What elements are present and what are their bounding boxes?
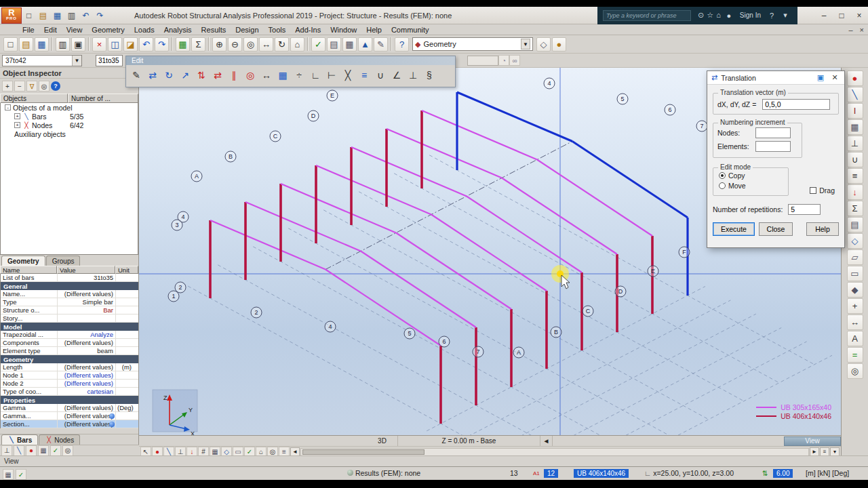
- menu-geometry[interactable]: Geometry: [87, 26, 129, 34]
- property-value[interactable]: Analyze: [58, 331, 116, 338]
- view-filter-icon[interactable]: ◎: [62, 445, 73, 456]
- count-column-header[interactable]: Number of ...: [68, 94, 138, 103]
- property-row-type[interactable]: TypeSimple bar: [1, 298, 138, 306]
- dimensions-icon[interactable]: ↔: [847, 314, 863, 330]
- chevron-down-icon[interactable]: ▾: [780, 11, 791, 20]
- elements-input[interactable]: [755, 141, 791, 152]
- property-row-type-of-coo[interactable]: Type of coo...cartesian: [1, 388, 138, 396]
- property-row-node-1[interactable]: Node 1(Different values): [1, 371, 138, 380]
- view-dropdown[interactable]: View: [784, 436, 841, 446]
- units-label[interactable]: [m] [kN] [Deg]: [806, 469, 849, 477]
- chart-icon[interactable]: ▲: [358, 37, 372, 52]
- sections-icon[interactable]: I: [847, 103, 863, 119]
- zoom-in-icon[interactable]: ⊕: [212, 37, 226, 52]
- mdi-minimize-button[interactable]: –: [848, 26, 852, 34]
- central-symmetry-icon[interactable]: ◎: [242, 66, 258, 84]
- status-table-icon[interactable]: ▦: [3, 469, 14, 480]
- property-group-geometry[interactable]: Geometry: [1, 355, 138, 363]
- loads-icon[interactable]: ↓: [847, 184, 863, 200]
- objects-icon[interactable]: ◇: [847, 233, 863, 249]
- move-radio[interactable]: Move: [719, 182, 783, 190]
- link-icon[interactable]: ∞: [509, 55, 520, 66]
- offsets-icon[interactable]: ≡: [847, 168, 863, 184]
- property-value[interactable]: (Different values): [58, 412, 116, 420]
- tree-item-nodes[interactable]: +╳Nodes6/42: [1, 121, 138, 129]
- property-row-section[interactable]: Section...(Different values): [1, 420, 138, 428]
- scrollbar-thumb[interactable]: [302, 449, 425, 455]
- measure-icon[interactable]: ⊥: [405, 66, 421, 84]
- support-filter-icon[interactable]: ⊥: [1, 445, 12, 456]
- tab-geometry[interactable]: Geometry: [1, 256, 45, 266]
- dialog-close-icon[interactable]: ✕: [829, 73, 840, 82]
- property-value[interactable]: cartesian: [58, 388, 116, 395]
- redo-icon[interactable]: ↷: [155, 37, 169, 52]
- open-icon[interactable]: ▤: [37, 9, 50, 22]
- property-value[interactable]: (Different values): [58, 404, 116, 411]
- mdi-close-button[interactable]: ×: [860, 26, 864, 34]
- collapse-all-icon[interactable]: −: [14, 81, 25, 92]
- tree-item-bars[interactable]: +╲Bars5/35: [1, 112, 138, 121]
- bar-list-dropdown-arrow[interactable]: ▼: [72, 56, 81, 66]
- property-row-story[interactable]: Story...: [1, 314, 138, 323]
- property-value[interactable]: Simple bar: [58, 298, 116, 306]
- favorites-icon[interactable]: ☆: [707, 11, 713, 19]
- panels-icon[interactable]: ▱: [847, 249, 863, 265]
- trim-icon[interactable]: ∟: [307, 66, 323, 84]
- property-value[interactable]: Bar: [58, 306, 116, 314]
- help-circle-icon[interactable]: ?: [766, 12, 777, 20]
- menu-window[interactable]: Window: [326, 26, 361, 34]
- save-icon[interactable]: ▦: [35, 37, 49, 52]
- display-icon[interactable]: ◎: [847, 363, 863, 379]
- bar-selection-field[interactable]: [96, 55, 123, 66]
- analysis-icon[interactable]: Σ: [191, 37, 205, 52]
- dialog-pin-icon[interactable]: ▣: [815, 73, 826, 82]
- expand-all-icon[interactable]: +: [2, 81, 13, 92]
- chamfer-icon[interactable]: ∠: [389, 66, 405, 84]
- property-row-gamma[interactable]: Gamma...(Different values): [1, 412, 138, 420]
- calculator-icon[interactable]: =: [847, 347, 863, 363]
- check-filter-icon[interactable]: ✓: [50, 445, 61, 456]
- help-button[interactable]: Help: [806, 222, 839, 236]
- property-value[interactable]: [58, 314, 116, 322]
- rotate-icon[interactable]: ↻: [161, 66, 177, 84]
- undo-icon[interactable]: ↶: [139, 37, 153, 52]
- signin-button[interactable]: Sign In: [740, 12, 761, 19]
- property-row-components[interactable]: Components(Different values): [1, 339, 138, 347]
- offset-icon[interactable]: ≡: [356, 66, 372, 84]
- mirror-vertical-icon[interactable]: ⇅: [193, 66, 210, 84]
- menu-analysis[interactable]: Analysis: [159, 26, 197, 34]
- menu-view[interactable]: View: [62, 26, 87, 34]
- menu-community[interactable]: Community: [387, 26, 434, 34]
- horizontal-scrollbar[interactable]: [300, 448, 809, 456]
- tab-bars[interactable]: ╲Bars: [1, 434, 38, 445]
- property-value[interactable]: (Different values): [58, 363, 116, 371]
- copy-radio[interactable]: Copy: [719, 171, 783, 180]
- object-inspector-icon[interactable]: ▤: [327, 37, 341, 52]
- help-icon[interactable]: ?: [395, 37, 409, 52]
- property-value[interactable]: 31to35: [58, 274, 116, 281]
- results-status[interactable]: Results (FEM): none: [347, 469, 420, 477]
- tree-expander-icon[interactable]: -: [5, 104, 11, 110]
- copy-icon[interactable]: ◫: [108, 37, 122, 52]
- filter-icon[interactable]: ∇: [26, 81, 37, 92]
- zoom-out-icon[interactable]: ⊖: [228, 37, 242, 52]
- paste-icon[interactable]: ◪: [123, 37, 138, 52]
- tab-groups[interactable]: Groups: [46, 256, 81, 266]
- scale-icon[interactable]: ↗: [177, 66, 193, 84]
- mirror-horizontal-icon[interactable]: ⇄: [210, 66, 226, 84]
- search-icon[interactable]: ⊙: [698, 11, 704, 19]
- property-row-structure-o[interactable]: Structure o...Bar: [1, 306, 138, 314]
- redo-icon[interactable]: ↷: [94, 9, 106, 22]
- repetitions-input[interactable]: [788, 204, 821, 215]
- plane-prev-button[interactable]: ◄: [540, 436, 553, 446]
- materials-icon[interactable]: ▦: [847, 119, 863, 135]
- menu-file[interactable]: File: [18, 26, 39, 34]
- menu-loads[interactable]: Loads: [130, 26, 159, 34]
- dialog-titlebar[interactable]: ⇄ Translation ▣ ✕: [707, 71, 844, 85]
- volumes-icon[interactable]: ◆: [847, 282, 863, 298]
- home-icon[interactable]: ⌂: [716, 11, 721, 19]
- combinations-icon[interactable]: Σ: [847, 201, 863, 216]
- vector-input[interactable]: [762, 99, 830, 110]
- display-attributes-icon[interactable]: ✓: [311, 37, 326, 52]
- property-row-list-of-bars[interactable]: List of bars31to35: [1, 274, 138, 282]
